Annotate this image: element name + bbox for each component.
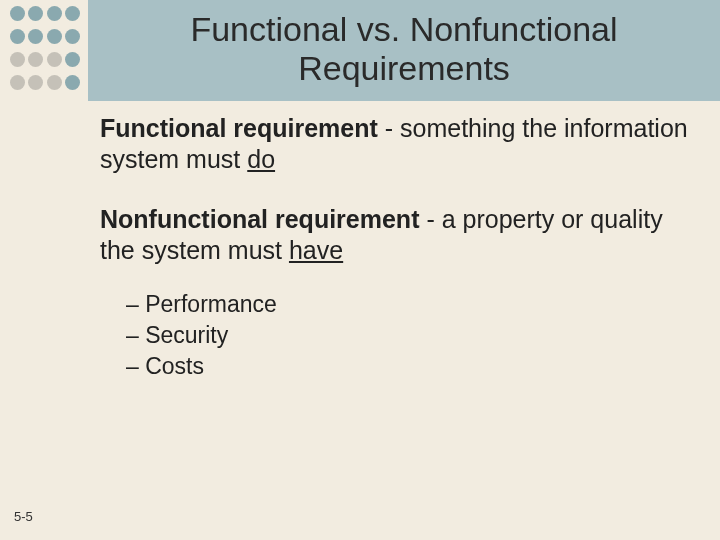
dot-icon [65, 6, 80, 21]
dot-icon [10, 29, 25, 44]
dot-icon [10, 52, 25, 67]
slide-number: 5-5 [14, 509, 33, 524]
functional-definition: Functional requirement - something the i… [100, 113, 696, 174]
slide-title: Functional vs. Nonfunctional Requirement… [98, 10, 710, 86]
list-item: – Security [126, 320, 696, 351]
slide-content: Functional requirement - something the i… [0, 101, 720, 382]
nonfunctional-def-underline: have [289, 236, 343, 264]
functional-label: Functional requirement [100, 114, 378, 142]
dot-icon [47, 6, 62, 21]
dot-icon [47, 52, 62, 67]
dot-icon [28, 6, 43, 21]
separator: - [419, 205, 441, 233]
nonfunctional-label: Nonfunctional requirement [100, 205, 419, 233]
dot-icon [28, 75, 43, 90]
decorative-dot-grid [0, 0, 88, 101]
functional-def-underline: do [247, 145, 275, 173]
list-item: – Costs [126, 351, 696, 382]
dot-icon [10, 6, 25, 21]
dot-icon [47, 29, 62, 44]
title-area: Functional vs. Nonfunctional Requirement… [0, 0, 720, 101]
dot-icon [65, 29, 80, 44]
dot-icon [28, 52, 43, 67]
dot-icon [65, 75, 80, 90]
nonfunctional-definition: Nonfunctional requirement - a property o… [100, 204, 696, 265]
nonfunctional-sublist: – Performance – Security – Costs [126, 289, 696, 382]
dot-icon [47, 75, 62, 90]
dot-icon [10, 75, 25, 90]
separator: - [378, 114, 400, 142]
dot-icon [65, 52, 80, 67]
list-item: – Performance [126, 289, 696, 320]
dot-icon [28, 29, 43, 44]
title-band: Functional vs. Nonfunctional Requirement… [88, 0, 720, 101]
